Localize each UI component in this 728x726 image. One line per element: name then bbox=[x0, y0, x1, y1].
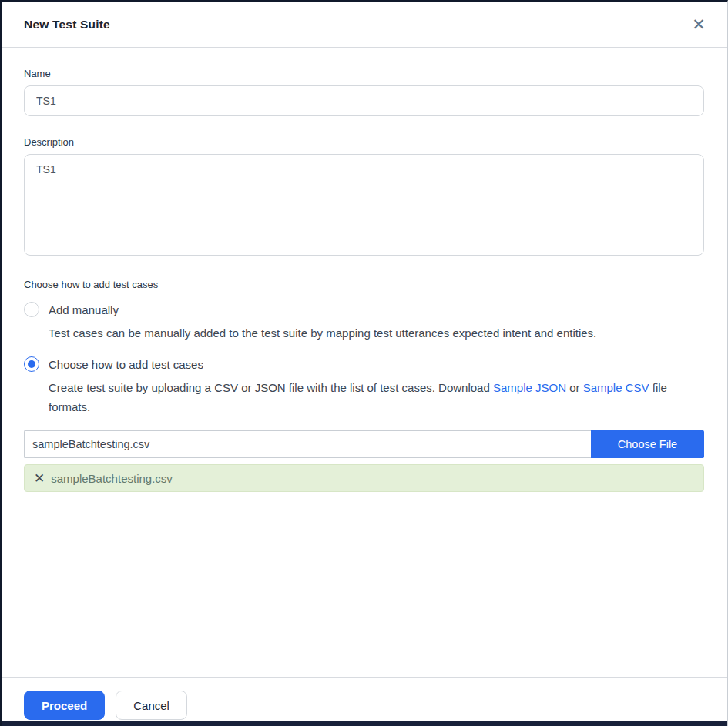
choose-file-button[interactable]: Choose File bbox=[591, 430, 704, 458]
radio-label-add-manually[interactable]: Add manually bbox=[49, 303, 119, 316]
sample-csv-link[interactable]: Sample CSV bbox=[583, 381, 649, 394]
name-label: Name bbox=[24, 68, 704, 79]
proceed-button[interactable]: Proceed bbox=[24, 691, 105, 720]
uploaded-file-chip: ✕ sampleBatchtesting.csv bbox=[24, 464, 704, 492]
name-input[interactable] bbox=[24, 85, 704, 116]
description-textarea[interactable]: TS1 bbox=[24, 154, 704, 256]
modal-footer: Proceed Cancel bbox=[2, 677, 727, 721]
radio-row-upload-file[interactable]: Choose how to add test cases bbox=[24, 356, 704, 372]
name-field-group: Name bbox=[24, 68, 704, 116]
close-button[interactable]: ✕ bbox=[687, 13, 710, 36]
radio-label-upload-file[interactable]: Choose how to add test cases bbox=[49, 358, 203, 371]
remove-file-button[interactable]: ✕ bbox=[34, 472, 45, 485]
description-field-group: Description TS1 bbox=[24, 136, 704, 259]
upload-description-text: Create test suite by uploading a CSV or … bbox=[49, 381, 493, 394]
file-name-input[interactable] bbox=[24, 430, 591, 458]
radio-option-add-manually: Add manually Test cases can be manually … bbox=[24, 302, 704, 343]
upload-description-text: or bbox=[566, 381, 583, 394]
radio-description-add-manually: Test cases can be manually added to the … bbox=[49, 323, 704, 343]
radio-selected-icon[interactable] bbox=[24, 356, 39, 372]
bottom-bar bbox=[2, 721, 727, 726]
sample-json-link[interactable]: Sample JSON bbox=[493, 381, 566, 394]
modal-body: Name Description TS1 Choose how to add t… bbox=[2, 48, 727, 677]
add-test-cases-section-label: Choose how to add test cases bbox=[24, 279, 704, 290]
radio-option-upload-file: Choose how to add test cases Create test… bbox=[24, 356, 704, 417]
modal-header: New Test Suite ✕ bbox=[2, 2, 727, 48]
cancel-button[interactable]: Cancel bbox=[116, 691, 187, 720]
radio-row-add-manually[interactable]: Add manually bbox=[24, 302, 704, 317]
remove-file-icon: ✕ bbox=[34, 472, 45, 485]
radio-unselected-icon[interactable] bbox=[24, 302, 39, 317]
new-test-suite-modal: New Test Suite ✕ Name Description TS1 Ch… bbox=[0, 0, 728, 726]
page-title: New Test Suite bbox=[24, 18, 110, 32]
file-upload-row: Choose File bbox=[24, 430, 704, 458]
description-label: Description bbox=[24, 136, 704, 148]
radio-description-upload-file: Create test suite by uploading a CSV or … bbox=[49, 378, 704, 417]
close-icon: ✕ bbox=[692, 16, 706, 32]
uploaded-file-name: sampleBatchtesting.csv bbox=[51, 472, 173, 485]
